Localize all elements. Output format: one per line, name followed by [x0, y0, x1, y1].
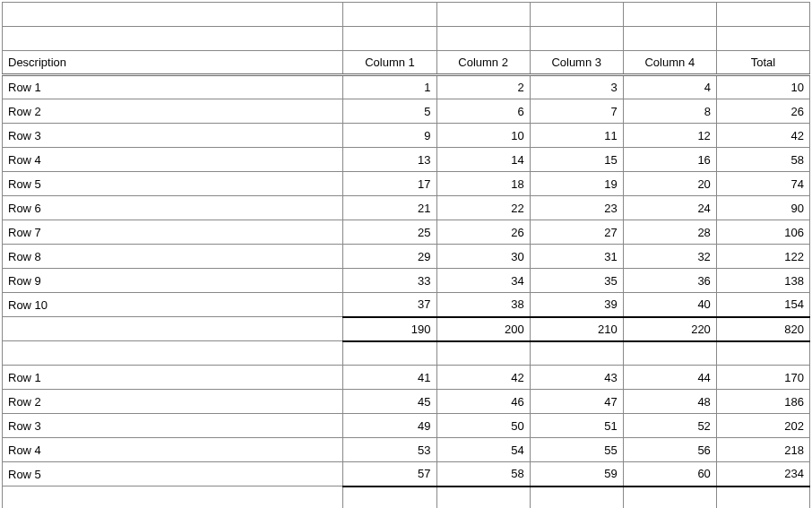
subtotal-c3: 210 — [530, 317, 623, 341]
table-row: Row 557585960234 — [3, 462, 810, 486]
cell-value: 19 — [530, 172, 623, 196]
empty-cell — [530, 486, 623, 509]
table-row: Row 41314151658 — [3, 148, 810, 172]
subtotal-c4: 220 — [623, 317, 716, 341]
header-total: Total — [716, 51, 809, 75]
data-table: Description Column 1 Column 2 Column 3 C… — [2, 2, 810, 508]
cell-label: Row 1 — [3, 366, 343, 390]
empty-cell — [436, 486, 530, 509]
cell-value: 23 — [530, 196, 623, 220]
empty-cell — [716, 3, 809, 27]
cell-value: 57 — [343, 462, 436, 486]
cell-value: 55 — [530, 438, 623, 462]
cell-value: 3 — [530, 75, 623, 99]
cell-value: 52 — [623, 414, 716, 438]
empty-cell — [436, 27, 530, 51]
cell-label: Row 8 — [3, 245, 343, 269]
cell-value: 48 — [623, 390, 716, 414]
cell-value: 26 — [436, 220, 530, 245]
cell-value: 90 — [716, 196, 809, 220]
cell-value: 33 — [343, 269, 436, 293]
empty-cell — [716, 486, 809, 509]
empty-cell — [716, 27, 809, 51]
cell-value: 42 — [716, 124, 809, 148]
cell-value: 27 — [530, 220, 623, 245]
cell-value: 154 — [716, 293, 809, 317]
empty-cell — [343, 27, 436, 51]
cell-value: 12 — [623, 124, 716, 148]
cell-value: 56 — [623, 438, 716, 462]
header-col4: Column 4 — [623, 51, 716, 75]
cell-value: 170 — [716, 366, 809, 390]
blank-row — [3, 341, 810, 366]
subtotal-row: 190 200 210 220 820 — [3, 317, 810, 341]
empty-cell — [343, 486, 436, 509]
empty-cell — [623, 27, 716, 51]
cell-value: 17 — [343, 172, 436, 196]
cell-value: 4 — [623, 75, 716, 99]
cell-label: Row 7 — [3, 220, 343, 245]
table-row: Row 453545556218 — [3, 438, 810, 462]
cell-value: 53 — [343, 438, 436, 462]
cell-value: 15 — [530, 148, 623, 172]
header-row: Description Column 1 Column 2 Column 3 C… — [3, 51, 810, 75]
subtotal-label — [3, 317, 343, 341]
cell-label: Row 4 — [3, 148, 343, 172]
cell-label: Row 5 — [3, 172, 343, 196]
cell-value: 32 — [623, 245, 716, 269]
table-row: Row 2567826 — [3, 99, 810, 124]
table-row: Row 725262728106 — [3, 220, 810, 245]
cell-value: 18 — [436, 172, 530, 196]
empty-cell — [436, 3, 530, 27]
header-col2: Column 2 — [436, 51, 530, 75]
cell-value: 26 — [716, 99, 809, 124]
cell-value: 34 — [436, 269, 530, 293]
cell-value: 16 — [623, 148, 716, 172]
cell-label: Row 3 — [3, 414, 343, 438]
cell-value: 38 — [436, 293, 530, 317]
cell-value: 40 — [623, 293, 716, 317]
cell-value: 31 — [530, 245, 623, 269]
cell-value: 44 — [623, 366, 716, 390]
cell-value: 6 — [436, 99, 530, 124]
cell-value: 46 — [436, 390, 530, 414]
cell-value: 24 — [623, 196, 716, 220]
cell-value: 43 — [530, 366, 623, 390]
empty-cell — [436, 341, 530, 366]
empty-cell — [623, 486, 716, 509]
cell-value: 30 — [436, 245, 530, 269]
subtotal-c1: 190 — [343, 317, 436, 341]
cell-value: 39 — [530, 293, 623, 317]
cell-value: 122 — [716, 245, 809, 269]
cell-label: Row 5 — [3, 462, 343, 486]
cell-value: 51 — [530, 414, 623, 438]
cell-value: 11 — [530, 124, 623, 148]
cell-label: Row 4 — [3, 438, 343, 462]
table-row: Row 62122232490 — [3, 196, 810, 220]
cell-value: 22 — [436, 196, 530, 220]
cell-label: Row 6 — [3, 196, 343, 220]
cell-value: 36 — [623, 269, 716, 293]
cell-value: 45 — [343, 390, 436, 414]
table-row: Row 51718192074 — [3, 172, 810, 196]
cell-value: 37 — [343, 293, 436, 317]
empty-cell — [716, 341, 809, 366]
cell-value: 42 — [436, 366, 530, 390]
cell-label: Row 2 — [3, 99, 343, 124]
table-row: Row 349505152202 — [3, 414, 810, 438]
empty-cell — [530, 341, 623, 366]
blank-row — [3, 486, 810, 509]
cell-value: 218 — [716, 438, 809, 462]
table-row: Row 933343536138 — [3, 269, 810, 293]
cell-value: 28 — [623, 220, 716, 245]
header-col3: Column 3 — [530, 51, 623, 75]
empty-cell — [343, 341, 436, 366]
cell-value: 41 — [343, 366, 436, 390]
cell-value: 202 — [716, 414, 809, 438]
empty-cell — [530, 3, 623, 27]
table-row: Row 141424344170 — [3, 366, 810, 390]
cell-label: Row 1 — [3, 75, 343, 99]
cell-value: 5 — [343, 99, 436, 124]
cell-value: 14 — [436, 148, 530, 172]
cell-value: 7 — [530, 99, 623, 124]
